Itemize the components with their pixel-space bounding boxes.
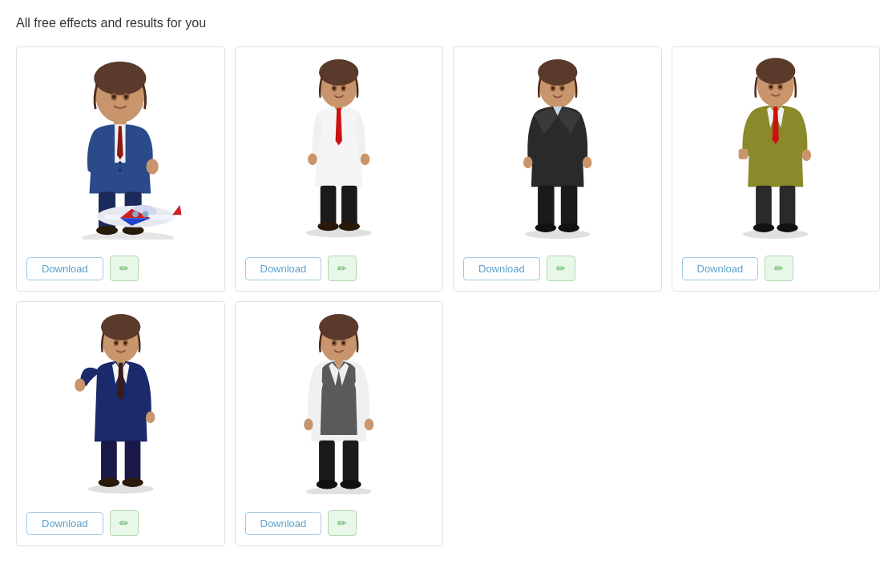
card-6-actions: Download ✏ xyxy=(236,502,443,546)
svg-rect-60 xyxy=(739,149,748,159)
svg-point-76 xyxy=(87,485,153,493)
card-1-actions: Download ✏ xyxy=(17,248,224,291)
card-2-image xyxy=(236,47,443,248)
svg-point-75 xyxy=(145,411,154,423)
card-5: Download ✏ xyxy=(16,301,225,546)
svg-point-53 xyxy=(769,86,772,88)
card-grid-row1: Download ✏ xyxy=(16,46,880,292)
svg-rect-84 xyxy=(319,441,335,483)
svg-point-81 xyxy=(333,341,335,344)
edit-icon-3: ✏ xyxy=(556,262,566,275)
card-4-image xyxy=(672,47,880,248)
svg-point-62 xyxy=(743,230,809,239)
page-title: All free effects and results for you xyxy=(16,16,880,30)
svg-point-82 xyxy=(342,341,345,344)
card-5-actions: Download ✏ xyxy=(17,502,224,546)
svg-rect-28 xyxy=(341,186,357,225)
edit-icon-5: ✏ xyxy=(119,517,129,530)
card-6: Download ✏ xyxy=(235,301,444,546)
svg-rect-43 xyxy=(560,186,577,227)
svg-point-38 xyxy=(551,87,554,89)
svg-point-48 xyxy=(524,230,590,239)
download-button-1[interactable]: Download xyxy=(26,257,103,280)
card-1: Download ✏ xyxy=(16,46,225,292)
edit-button-6[interactable]: ✏ xyxy=(328,510,357,536)
svg-point-39 xyxy=(560,87,563,89)
svg-point-8 xyxy=(119,161,122,164)
edit-button-4[interactable]: ✏ xyxy=(765,256,793,281)
card-4: Download ✏ xyxy=(672,46,881,292)
edit-icon-4: ✏ xyxy=(774,262,784,275)
edit-button-1[interactable]: ✏ xyxy=(110,256,139,281)
card-2: Download ✏ xyxy=(235,46,444,292)
svg-point-90 xyxy=(306,487,372,494)
svg-point-54 xyxy=(779,86,781,88)
empty-cell-1 xyxy=(453,301,662,546)
card-6-image xyxy=(236,302,443,502)
svg-point-18 xyxy=(143,211,149,218)
card-5-image xyxy=(17,302,224,502)
svg-rect-27 xyxy=(321,186,337,225)
card-3-image xyxy=(454,47,661,248)
svg-point-5 xyxy=(125,95,128,99)
download-button-5[interactable]: Download xyxy=(26,512,103,535)
svg-point-31 xyxy=(308,153,317,165)
svg-rect-85 xyxy=(343,441,359,483)
card-4-actions: Download ✏ xyxy=(672,248,880,291)
svg-point-32 xyxy=(361,153,369,165)
download-button-3[interactable]: Download xyxy=(463,257,540,280)
svg-point-61 xyxy=(802,149,811,161)
svg-point-24 xyxy=(333,87,335,89)
card-3: Download ✏ xyxy=(453,46,662,292)
svg-point-4 xyxy=(113,95,116,99)
card-grid-row2: Download ✏ xyxy=(16,301,880,546)
svg-point-25 xyxy=(342,87,345,89)
edit-button-2[interactable]: ✏ xyxy=(328,256,357,281)
edit-button-5[interactable]: ✏ xyxy=(110,510,139,536)
download-button-6[interactable]: Download xyxy=(245,512,322,535)
download-button-2[interactable]: Download xyxy=(245,257,322,280)
svg-point-88 xyxy=(304,419,313,431)
svg-point-10 xyxy=(147,159,159,174)
svg-rect-57 xyxy=(780,186,796,227)
empty-cell-2 xyxy=(672,301,881,546)
svg-rect-71 xyxy=(124,441,140,481)
svg-point-67 xyxy=(115,341,117,344)
svg-rect-56 xyxy=(756,186,772,227)
svg-point-47 xyxy=(582,156,591,168)
edit-icon-6: ✏ xyxy=(337,517,347,530)
edit-icon-1: ✏ xyxy=(119,262,129,275)
svg-rect-42 xyxy=(538,186,555,227)
card-2-actions: Download ✏ xyxy=(236,248,443,291)
svg-rect-70 xyxy=(101,441,117,481)
edit-icon-2: ✏ xyxy=(337,262,347,275)
svg-point-33 xyxy=(306,228,372,237)
download-button-4[interactable]: Download xyxy=(682,257,759,280)
svg-point-46 xyxy=(523,156,532,168)
svg-point-89 xyxy=(365,419,373,431)
svg-point-17 xyxy=(133,211,139,218)
edit-button-3[interactable]: ✏ xyxy=(547,256,575,281)
svg-point-74 xyxy=(75,378,85,391)
card-1-image xyxy=(17,47,224,248)
svg-point-68 xyxy=(123,341,126,344)
svg-point-19 xyxy=(82,232,174,240)
svg-point-9 xyxy=(119,169,122,172)
card-3-actions: Download ✏ xyxy=(454,248,661,291)
